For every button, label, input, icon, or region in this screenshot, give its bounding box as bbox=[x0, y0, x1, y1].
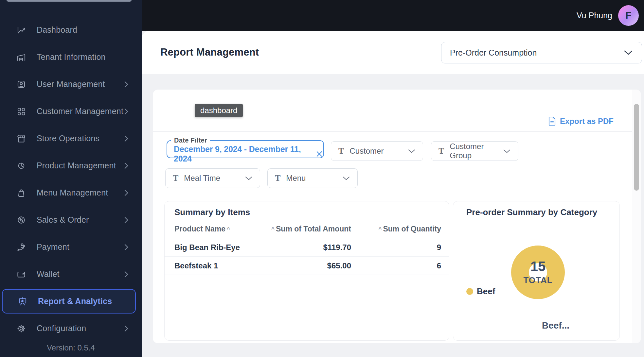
sidebar-item-user-management[interactable]: User Management bbox=[0, 71, 142, 98]
date-range-value: December 9, 2024 - December 11, 2024 bbox=[174, 144, 310, 163]
clear-date-icon[interactable] bbox=[315, 150, 323, 158]
cell-total-amount: $119.70 bbox=[253, 243, 351, 252]
summary-card-title: Summary by Items bbox=[174, 207, 250, 217]
customer-group-filter[interactable]: T Customer Group bbox=[431, 141, 518, 161]
sidebar-item-menu-management[interactable]: Menu Management bbox=[0, 179, 142, 206]
menu-filter[interactable]: T Menu bbox=[267, 168, 358, 188]
scrollbar-track[interactable] bbox=[632, 90, 641, 343]
customer-filter[interactable]: T Customer bbox=[331, 141, 423, 161]
topbar: Vu Phung F bbox=[142, 0, 644, 31]
gear-icon bbox=[16, 323, 27, 334]
export-pdf-label: Export as PDF bbox=[560, 117, 614, 126]
chevron-right-icon bbox=[124, 162, 129, 170]
sidebar-item-sales-order[interactable]: Sales & Order bbox=[0, 206, 142, 233]
sort-caret-icon[interactable]: ^ bbox=[225, 226, 231, 232]
preorder-category-card: Pre-order Summary by Category Beef 15 TO… bbox=[453, 201, 620, 341]
sidebar-item-report-analytics[interactable]: Report & Analytics bbox=[2, 289, 136, 314]
chevron-down-icon bbox=[245, 176, 253, 180]
version-label: Version: 0.5.4 bbox=[0, 343, 142, 352]
chevron-down-icon bbox=[342, 176, 350, 180]
cell-quantity: 6 bbox=[351, 261, 441, 270]
sidebar-item-configuration[interactable]: Configuration bbox=[0, 315, 142, 342]
cell-product-name: Beefsteak 1 bbox=[174, 261, 253, 270]
sidebar-item-label: Product Management bbox=[37, 161, 116, 170]
chevron-right-icon bbox=[124, 80, 129, 88]
summary-by-items-card: Summary by Items Product Name^ ^Sum of T… bbox=[164, 201, 449, 341]
donut-slice-label: Beef... bbox=[542, 320, 569, 331]
text-filter-icon: T bbox=[173, 173, 178, 183]
logo-bar bbox=[7, 0, 132, 2]
avatar[interactable]: F bbox=[618, 5, 639, 26]
column-header-total-amount[interactable]: ^Sum of Total Amount bbox=[253, 225, 351, 233]
text-filter-icon: T bbox=[338, 146, 344, 156]
chart-legend[interactable]: Beef bbox=[466, 286, 495, 297]
table-header-row: Product Name^ ^Sum of Total Amount ^Sum … bbox=[165, 220, 449, 238]
chevron-down-icon bbox=[408, 149, 416, 153]
chevron-down-icon bbox=[503, 149, 511, 153]
app-window: Dashboard Tenant Information User Manage… bbox=[0, 0, 644, 357]
storefront-icon bbox=[16, 133, 27, 144]
sidebar-item-label: User Management bbox=[37, 79, 105, 89]
sidebar-item-wallet[interactable]: Wallet bbox=[0, 261, 142, 288]
chevron-right-icon bbox=[124, 325, 129, 332]
line-chart-icon bbox=[16, 25, 27, 36]
sidebar-item-label: Report & Analytics bbox=[38, 297, 112, 306]
grid-icon bbox=[16, 106, 27, 117]
menu-filter-label: Menu bbox=[286, 174, 306, 183]
wallet-icon bbox=[16, 269, 27, 280]
cell-total-amount: $65.00 bbox=[253, 261, 351, 270]
meal-time-filter-label: Meal Time bbox=[184, 174, 220, 183]
sidebar-item-tenant-information[interactable]: Tenant Information bbox=[0, 43, 142, 71]
cell-product-name: Big Bean Rib-Eye bbox=[174, 243, 253, 252]
sidebar-item-label: Sales & Order bbox=[37, 215, 89, 225]
legend-label: Beef bbox=[477, 286, 495, 297]
building-icon bbox=[16, 52, 27, 63]
scrollbar-thumb[interactable] bbox=[634, 104, 639, 191]
meal-time-filter[interactable]: T Meal Time bbox=[165, 168, 260, 188]
sidebar-item-dashboard[interactable]: Dashboard bbox=[0, 16, 142, 43]
page-title: Report Management bbox=[160, 31, 259, 74]
sort-caret-icon[interactable]: ^ bbox=[377, 226, 383, 232]
avatar-letter: F bbox=[625, 10, 631, 21]
chevron-down-icon bbox=[623, 50, 633, 55]
user-badge-icon bbox=[16, 79, 27, 90]
table-row: Beefsteak 1 $65.00 6 bbox=[165, 257, 449, 275]
chevron-right-icon bbox=[124, 189, 129, 197]
report-type-select[interactable]: Pre-Order Consumption bbox=[441, 42, 642, 63]
donut-chart[interactable]: 15 TOTAL bbox=[511, 246, 565, 299]
donut-total-label: TOTAL bbox=[523, 275, 552, 285]
chevron-right-icon bbox=[124, 243, 129, 251]
column-header-product-name[interactable]: Product Name^ bbox=[174, 225, 253, 233]
shopping-bag-icon bbox=[16, 187, 27, 198]
sidebar-item-payment[interactable]: Payment bbox=[0, 233, 142, 261]
donut-total-value: 15 bbox=[530, 260, 546, 273]
column-header-quantity[interactable]: ^Sum of Quantity bbox=[351, 225, 441, 233]
chevron-right-icon bbox=[124, 135, 129, 143]
chart-card-title: Pre-order Summary by Category bbox=[466, 207, 597, 217]
chevron-right-icon bbox=[124, 270, 129, 278]
sidebar-item-label: Dashboard bbox=[37, 25, 77, 35]
sidebar-nav: Dashboard Tenant Information User Manage… bbox=[0, 16, 142, 342]
date-filter-field[interactable]: Date Filter December 9, 2024 - December … bbox=[167, 137, 324, 158]
user-name: Vu Phung bbox=[577, 11, 612, 20]
sidebar-item-label: Configuration bbox=[37, 324, 86, 333]
sidebar-item-label: Customer Management bbox=[37, 107, 123, 116]
sidebar-item-label: Payment bbox=[37, 242, 69, 252]
sidebar-item-product-management[interactable]: Product Management bbox=[0, 152, 142, 179]
customer-group-filter-label: Customer Group bbox=[450, 142, 498, 160]
sidebar-item-customer-management[interactable]: Customer Management bbox=[0, 98, 142, 125]
page-header: Report Management Pre-Order Consumption bbox=[142, 31, 644, 74]
cell-quantity: 9 bbox=[351, 243, 441, 252]
export-pdf-button[interactable]: Export as PDF bbox=[548, 116, 614, 126]
summary-table: Product Name^ ^Sum of Total Amount ^Sum … bbox=[165, 220, 449, 275]
sort-caret-icon[interactable]: ^ bbox=[270, 226, 276, 232]
chevron-right-icon bbox=[124, 108, 129, 115]
customer-filter-label: Customer bbox=[349, 146, 384, 156]
sidebar-item-label: Menu Management bbox=[37, 188, 108, 197]
date-filter-label: Date Filter bbox=[171, 137, 210, 144]
divider bbox=[153, 131, 641, 132]
sidebar-item-label: Store Operations bbox=[37, 134, 99, 143]
text-filter-icon: T bbox=[275, 173, 280, 183]
sidebar-item-store-operations[interactable]: Store Operations bbox=[0, 125, 142, 152]
text-filter-icon: T bbox=[438, 146, 444, 156]
